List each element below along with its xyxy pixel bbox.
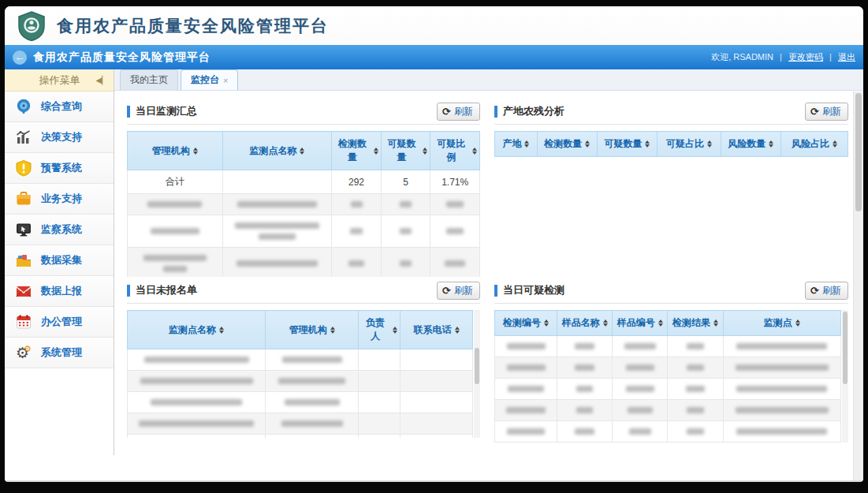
sidebar-header-label: 操作菜单 — [39, 73, 80, 88]
table-cell — [400, 413, 473, 435]
redacted-text — [400, 201, 412, 207]
panel-scrollbar[interactable] — [474, 310, 480, 438]
sort-icon — [585, 140, 590, 148]
column-header[interactable]: 负责人 — [359, 311, 400, 349]
column-header[interactable]: 检测数量 — [537, 132, 597, 157]
tab-label: 我的主页 — [130, 73, 168, 87]
column-header[interactable]: 产地 — [495, 132, 538, 157]
collapse-sidebar-icon[interactable]: ◀▏ — [96, 76, 108, 84]
table-cell: 292 — [332, 170, 382, 194]
column-header[interactable]: 检测数量 — [332, 132, 382, 170]
page-scrollbar[interactable] — [853, 92, 863, 482]
table-row: 合计29251.71% — [128, 170, 480, 194]
refresh-button[interactable]: ⟳ 刷新 — [805, 282, 848, 300]
sidebar-item-office-management[interactable]: 办公管理 — [5, 307, 114, 338]
refresh-button[interactable]: ⟳ 刷新 — [437, 282, 480, 300]
column-header[interactable]: 联系电话 — [400, 311, 473, 349]
column-header[interactable]: 风险数量 — [721, 132, 780, 157]
sort-icon — [795, 319, 800, 327]
column-header[interactable]: 监测点名称 — [128, 311, 266, 349]
redacted-text — [508, 386, 544, 392]
redacted-text — [575, 343, 594, 349]
back-icon[interactable]: ← — [13, 50, 27, 65]
tab-close-icon[interactable]: × — [223, 76, 228, 85]
table-cell: 1.71% — [430, 170, 480, 194]
column-header[interactable]: 可疑比例 — [430, 132, 480, 170]
sort-icon — [374, 148, 378, 155]
table-cell — [723, 357, 840, 379]
sidebar: 操作菜单 ◀▏ 综合查询 决策支持 预警系统 — [5, 69, 114, 482]
redacted-text — [687, 364, 704, 371]
column-header[interactable]: 检测结果 — [668, 311, 723, 336]
table-cell — [266, 371, 359, 392]
sidebar-item-data-reporting[interactable]: 数据上报 — [5, 276, 114, 307]
table-cell — [723, 400, 840, 421]
sidebar-item-comprehensive-query[interactable]: 综合查询 — [5, 92, 114, 122]
sidebar-item-system-management[interactable]: ⚙⚙ 系统管理 — [5, 338, 114, 368]
panel-scrollbar[interactable] — [842, 310, 848, 443]
table-cell — [495, 421, 557, 443]
redacted-text — [687, 343, 704, 349]
logout-link[interactable]: 退出 — [838, 52, 855, 62]
refresh-label: 刷新 — [822, 105, 841, 118]
sidebar-item-decision-support[interactable]: 决策支持 — [5, 122, 114, 153]
table-row — [128, 435, 473, 439]
column-header[interactable]: 监测点 — [723, 311, 840, 336]
redacted-text — [163, 266, 187, 272]
table-cell — [128, 215, 223, 248]
table-cell — [430, 248, 480, 278]
table-cell — [128, 435, 266, 439]
column-header[interactable]: 风险占比 — [780, 132, 848, 157]
redacted-text — [736, 428, 827, 435]
sidebar-item-data-collection[interactable]: 数据采集 — [5, 245, 114, 276]
table-cell — [400, 435, 473, 439]
column-header[interactable]: 可疑占比 — [658, 132, 721, 157]
sidebar-item-warning-system[interactable]: 预警系统 — [5, 153, 114, 184]
sidebar-item-supervision-system[interactable]: 监察系统 — [5, 215, 114, 245]
column-header[interactable]: 样品编号 — [613, 311, 668, 336]
column-header[interactable]: 样品名称 — [557, 311, 613, 336]
redacted-text — [686, 386, 704, 392]
redacted-text — [400, 228, 412, 234]
tab-bar: 我的主页 监控台 × — [114, 69, 863, 91]
sidebar-item-label: 预警系统 — [41, 161, 82, 175]
tab-my-homepage[interactable]: 我的主页 — [120, 69, 178, 90]
redacted-text — [629, 428, 651, 435]
sidebar-item-label: 数据采集 — [41, 253, 82, 267]
table-row — [128, 392, 473, 413]
table-row — [128, 413, 473, 435]
redacted-text — [506, 407, 546, 413]
change-password-link[interactable]: 更改密码 — [788, 52, 823, 62]
column-header[interactable]: 管理机构 — [128, 132, 223, 170]
redacted-text — [575, 428, 595, 435]
redacted-text — [281, 420, 344, 427]
sort-icon — [544, 319, 549, 327]
column-header[interactable]: 可疑数量 — [597, 132, 657, 157]
redacted-text — [736, 407, 829, 413]
table-row — [128, 349, 473, 371]
content-area: 我的主页 监控台 × 当日监测汇总 ⟳ 刷新 — [114, 69, 863, 482]
table-cell — [266, 349, 359, 371]
table-cell — [359, 349, 400, 371]
column-header[interactable]: 可疑数量 — [381, 132, 430, 170]
redacted-text — [348, 260, 363, 267]
refresh-button[interactable]: ⟳ 刷新 — [437, 103, 480, 121]
table-cell — [128, 349, 266, 371]
redacted-text — [140, 378, 253, 384]
refresh-icon: ⟳ — [810, 106, 819, 117]
table-row — [128, 371, 473, 392]
column-header[interactable]: 管理机构 — [266, 311, 359, 349]
panel-origin-residue-analysis: 产地农残分析 ⟳ 刷新 产地检测数量可疑数量可疑占比风险数量风险占比 — [494, 102, 848, 275]
sidebar-item-business-support[interactable]: 业务支持 — [5, 184, 114, 215]
column-header[interactable]: 检测编号 — [495, 311, 557, 336]
column-header[interactable]: 监测点名称 — [222, 132, 332, 170]
envelope-icon — [15, 282, 32, 300]
redacted-text — [446, 201, 464, 207]
panel-title: 当日可疑检测 — [503, 283, 564, 297]
refresh-label: 刷新 — [454, 105, 473, 118]
refresh-button[interactable]: ⟳ 刷新 — [805, 103, 848, 121]
panel-today-unreported-list: 当日未报名单 ⟳ 刷新 监测点名称管理机构负责人联系电话 — [127, 281, 480, 482]
table-cell — [128, 371, 266, 392]
tab-monitoring-console[interactable]: 监控台 × — [181, 69, 238, 90]
table-cell — [495, 336, 557, 357]
